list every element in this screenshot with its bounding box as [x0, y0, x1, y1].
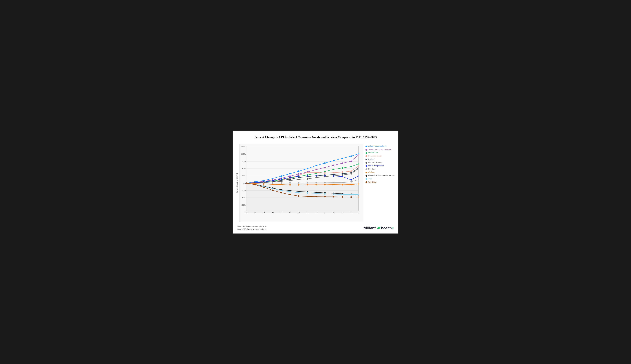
- legend-item-housing: Housing: [365, 158, 395, 160]
- chart-container: Percent Change in CPI for Select Consume…: [232, 130, 399, 234]
- svg-point-134: [272, 182, 273, 184]
- svg-text:'19: '19: [341, 211, 343, 214]
- svg-point-114: [342, 174, 343, 176]
- logo-registered: ®: [392, 227, 394, 229]
- svg-point-82: [307, 172, 308, 173]
- svg-point-40: [307, 168, 308, 169]
- svg-text:-100%: -100%: [241, 196, 246, 198]
- svg-text:'17: '17: [333, 211, 335, 214]
- svg-point-157: [350, 184, 352, 185]
- svg-point-129: [350, 179, 352, 181]
- legend-dot-clothing: [365, 172, 367, 174]
- svg-text:0%: 0%: [243, 182, 246, 184]
- svg-text:50%: 50%: [242, 175, 246, 177]
- svg-point-111: [316, 177, 317, 178]
- legend-dot-food-beverage: [365, 162, 367, 164]
- svg-point-94: [289, 178, 291, 180]
- svg-text:'13: '13: [315, 211, 317, 214]
- svg-point-180: [307, 192, 308, 194]
- svg-point-176: [272, 188, 273, 189]
- svg-point-123: [298, 175, 299, 177]
- svg-point-45: [350, 155, 352, 157]
- svg-point-151: [298, 184, 299, 186]
- svg-point-41: [316, 165, 317, 166]
- svg-point-177: [281, 190, 282, 191]
- svg-point-87: [350, 170, 352, 172]
- svg-point-140: [324, 182, 326, 184]
- legend-dot-housing: [365, 158, 367, 160]
- svg-point-148: [272, 184, 273, 185]
- legend-label-medical-care: Medical Care: [368, 152, 378, 154]
- svg-point-72: [342, 167, 343, 169]
- legend-item-medical-care: Medical Care: [365, 152, 395, 154]
- legend-item-computer-software: Computer Software and Accessories: [365, 174, 395, 177]
- svg-point-70: [324, 171, 326, 172]
- legend-dot-tuition-childcare: [365, 149, 367, 150]
- svg-point-42: [324, 162, 326, 164]
- svg-point-108: [289, 180, 291, 182]
- legend-dot-computer-software: [365, 175, 367, 177]
- svg-point-152: [307, 184, 308, 185]
- legend-item-public-transport: Public Transportation: [365, 165, 395, 167]
- svg-text:'21: '21: [350, 211, 352, 214]
- svg-point-57: [333, 164, 334, 166]
- legend-dot-college-tuition: [365, 146, 367, 148]
- svg-point-181: [316, 192, 317, 194]
- svg-point-192: [289, 194, 291, 195]
- svg-text:'03: '03: [272, 211, 274, 214]
- logo: trilliant health ®: [364, 226, 394, 230]
- legend-label-housing: Housing: [368, 158, 374, 160]
- svg-point-189: [263, 186, 265, 188]
- svg-point-191: [281, 192, 282, 193]
- svg-point-58: [342, 162, 343, 164]
- legend-dot-new-cars: [365, 168, 367, 170]
- svg-point-124: [307, 175, 308, 176]
- legend-dot-public-transport: [365, 165, 367, 167]
- svg-text:1997: 1997: [245, 211, 248, 214]
- svg-point-154: [324, 184, 326, 185]
- svg-point-84: [324, 172, 326, 174]
- svg-point-188: [254, 184, 256, 185]
- svg-point-44: [342, 158, 343, 159]
- legend-dot-household-energy: [365, 155, 367, 157]
- svg-point-126: [324, 175, 326, 176]
- svg-point-95: [298, 177, 299, 178]
- svg-point-39: [298, 170, 299, 172]
- svg-point-199: [350, 196, 352, 198]
- svg-point-184: [342, 194, 343, 195]
- svg-point-178: [289, 191, 291, 192]
- svg-text:'15: '15: [324, 211, 326, 214]
- svg-point-43: [333, 160, 334, 161]
- svg-point-195: [316, 196, 317, 197]
- svg-point-135: [281, 182, 282, 184]
- legend-dot-medical-care: [365, 152, 367, 154]
- legend-label-toys: Toys: [368, 178, 372, 180]
- svg-text:100%: 100%: [241, 168, 246, 170]
- legend-label-computer-software: Computer Software and Accessories: [368, 174, 394, 177]
- legend-label-food-beverage: Food and Beverage: [368, 161, 382, 164]
- legend-label-household-energy: Household Energy: [368, 155, 382, 157]
- chart-title: Percent Change in CPI for Select Consume…: [236, 135, 395, 139]
- svg-point-128: [342, 176, 343, 177]
- svg-point-52: [289, 175, 291, 177]
- svg-point-194: [307, 196, 308, 197]
- svg-point-179: [298, 192, 299, 193]
- svg-point-190: [272, 190, 273, 191]
- svg-point-183: [333, 193, 334, 195]
- svg-point-139: [316, 182, 317, 184]
- legend-area: College Tuition and Fees Tuition, School…: [363, 144, 395, 184]
- svg-point-85: [333, 172, 334, 174]
- svg-point-56: [324, 166, 326, 168]
- svg-point-143: [350, 181, 352, 182]
- svg-text:2023: 2023: [357, 211, 360, 214]
- svg-point-155: [333, 184, 334, 185]
- svg-text:'07: '07: [289, 211, 291, 214]
- svg-text:'09: '09: [298, 211, 300, 214]
- svg-point-59: [350, 160, 352, 162]
- legend-item-college-tuition: College Tuition and Fees: [365, 145, 395, 148]
- svg-point-109: [298, 179, 299, 180]
- legend-label-public-transport: Public Transportation: [368, 165, 384, 167]
- legend-label-clothing: Clothing: [368, 171, 375, 174]
- footer-note-line1: Note: CPI denotes consumer price index.: [237, 225, 267, 228]
- svg-point-137: [298, 182, 299, 184]
